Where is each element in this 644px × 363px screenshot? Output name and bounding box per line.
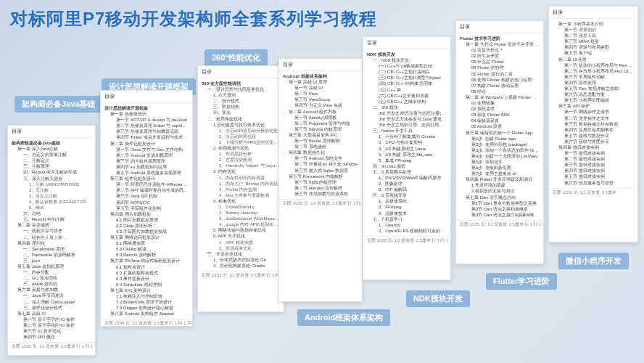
toc-item[interactable]: 第一节 Binder 原理解析 — [283, 138, 358, 144]
toc-item[interactable]: 第二节 文件操作之文件 — [553, 115, 634, 121]
toc-item[interactable]: 08.结论 — [460, 89, 540, 94]
toc-item[interactable]: 03 获取 Flutter SDK — [460, 112, 540, 118]
toc-item[interactable]: 第三章 组件化框架设计 — [104, 176, 189, 182]
toc-item[interactable]: 第五章 Java 虚拟机原理 — [12, 264, 91, 269]
toc-item[interactable]: 1. 六大原则 — [202, 92, 280, 98]
toc-item[interactable]: 第六章 反射与类加载 — [12, 287, 91, 293]
toc-item[interactable]: 6.4 Scheduler 线程控制 — [104, 282, 189, 287]
toc-item[interactable]: 第三节 嵌入式 Sqlite 数据库 — [283, 168, 358, 174]
toc-item[interactable]: 第一节 微讯对接实例 — [553, 150, 634, 156]
toc-item[interactable]: 第二节 Handler 流传解析 — [283, 185, 358, 191]
toc-item[interactable]: Flutter 技术学习进阶 — [460, 36, 540, 41]
toc-item[interactable]: 第六节 信息服务器与语音 — [553, 180, 634, 186]
toc-item[interactable]: 第一节 基于字节的 IO 操作 — [12, 317, 91, 322]
toc-item[interactable]: 六、6.音视频开发 — [367, 192, 447, 198]
toc-item[interactable]: 1、分布式版本控制系统 Git — [202, 257, 280, 263]
toc-item[interactable]: 6.1 观察者设计 — [104, 264, 189, 270]
toc-item[interactable]: (二) C和 C++之指针搞明白 — [367, 69, 447, 75]
toc-item[interactable]: 4.1 图片加载框架原理 — [104, 217, 189, 223]
toc-item[interactable]: NDK 模块开发 — [367, 52, 447, 57]
toc-item[interactable]: 第四章 图片加载框架 — [104, 211, 189, 217]
toc-item[interactable]: 1、多媒体系统 — [367, 198, 447, 204]
toc-item[interactable]: 第四节 Tinker 项目开发流程与技术细节 — [104, 134, 189, 140]
toc-item[interactable]: 6.2 扩展的观察者模式 — [104, 270, 189, 276]
toc-item[interactable]: 360°全方面性能调优 — [202, 81, 280, 86]
toc-item[interactable]: 3、JobScheduler WorkManager — [202, 216, 280, 221]
toc-item[interactable]: 第四章 Flutter 开发环境建设和调试 — [460, 176, 540, 182]
toc-item[interactable]: JNI 开发之局部引用、全局引用和弱全局引用(三) — [367, 122, 447, 128]
toc-item[interactable]: 第六节 获取与界面分享 — [553, 139, 634, 144]
toc-item[interactable]: 第五章 网络访问框架设计 — [104, 234, 189, 240]
toc-item[interactable]: 4、Mat 大对象与泄露检测 — [202, 192, 280, 198]
toc-item[interactable]: 5.1 网络通信原 — [104, 240, 189, 246]
toc-item[interactable]: 01 使用镜像 — [460, 100, 540, 106]
toc-item[interactable]: 2、FFmpeg — [367, 204, 447, 210]
toc-item[interactable]: 第一节 背景知识 — [553, 27, 634, 33]
toc-item[interactable]: 05 Android 设置 — [460, 123, 540, 129]
toc-item[interactable]: 第3节 Dart 语法之接口&抽象&继承辩证 — [460, 212, 540, 218]
toc-item[interactable]: 2、自动化构建系统 Gradle — [202, 263, 280, 269]
toc-item[interactable]: 第六章 RXJava 响应式编程框架设计 — [104, 258, 189, 264]
toc-item[interactable]: 07.构建 Flutter 移动应用 — [460, 83, 540, 89]
toc-item[interactable]: 03.什么是 Flutter — [460, 59, 540, 65]
toc-item[interactable]: 第四节 NIO 概念 — [12, 334, 91, 340]
toc-item[interactable]: 1、Opencv — [367, 222, 447, 228]
toc-item[interactable]: 第三章 API 操作 — [553, 103, 634, 109]
toc-item[interactable]: 七、Retrofit 中的注解 — [12, 216, 91, 222]
toc-item[interactable]: 第一节 Activity 调用栈 — [283, 115, 358, 121]
toc-item[interactable]: 第三节 Service 内核原理 — [283, 126, 358, 132]
toc-item[interactable]: 5、集成 FFmpeg — [367, 158, 447, 163]
toc-item[interactable]: 第三节 MINA 框架 — [553, 38, 634, 44]
toc-item[interactable]: 第五节 微讯对接实例 — [553, 174, 634, 179]
toc-item[interactable]: 1、冷启动和热启动分析的优化 — [202, 128, 280, 134]
toc-item[interactable]: 一、内存分配 — [12, 269, 91, 275]
toc-item[interactable]: 第七章 IOC 架构设计 — [104, 287, 189, 293]
toc-item[interactable]: 二、站在巨人肩上谈… — [12, 234, 91, 240]
toc-item[interactable]: 五、5.底层图片处理 — [367, 169, 447, 175]
toc-item[interactable]: 五、深入注解关键点 — [12, 176, 91, 182]
toc-item[interactable]: 第一节 阿里巴巴开源组件-ARouter 原理分析 — [104, 182, 189, 187]
toc-item[interactable]: 第四节 逻辑与布局类型 — [553, 44, 634, 50]
toc-item[interactable]: 第三章 编写你的第一个 Flutter App — [460, 130, 540, 136]
toc-item[interactable]: 第二章 并发编程 — [12, 222, 91, 228]
toc-item[interactable]: 一、Java 字节码相关 — [12, 293, 91, 298]
toc-item[interactable]: 第一节 网络操作之请求 — [553, 109, 634, 115]
toc-item[interactable]: 1.启动速度与执行效率优化 — [202, 122, 280, 128]
toc-item[interactable]: JNI 开发之方法签名与 Java 通道(二) — [367, 116, 447, 122]
toc-item[interactable]: (三) C和 C++之指针类型与typedef 详细分析 — [367, 75, 447, 81]
toc-item[interactable]: 第7步: 使用主题更改 UI — [460, 171, 540, 176]
toc-item[interactable]: 第四节 AOP&IOC — [104, 200, 189, 205]
toc-item[interactable]: 05.Flutter 流行的工具 — [460, 71, 540, 77]
toc-item[interactable]: 一、NDK 模块开发 — [367, 57, 447, 63]
toc-item[interactable]: 2. 布局检测与优化 — [202, 145, 280, 151]
toc-item[interactable]: 三、dalvik 虚拟机 — [12, 281, 91, 287]
toc-item[interactable]: (一) C++与 C#数据类型总结 — [367, 63, 447, 69]
toc-item[interactable]: 2、内存大户: Bitmap 内存优化 — [202, 181, 280, 187]
toc-item[interactable]: 一、自定义的简单注解 — [12, 152, 91, 158]
toc-item[interactable]: 第5步: 添加交互 — [460, 159, 540, 165]
toc-item[interactable]: 3、GIF 编解码 — [367, 187, 447, 192]
toc-item[interactable]: 第一节 Class 文件与 Dex 文件结构 — [104, 147, 189, 152]
toc-item[interactable]: 第五节 路线与数据分享 — [553, 133, 634, 139]
toc-item[interactable]: 04.Flutter 的特性 — [460, 65, 540, 70]
toc-item[interactable]: 第七章 Dart 语言概念总结 — [460, 195, 540, 200]
toc-item[interactable]: 2、Battery Historian — [202, 210, 280, 216]
toc-item[interactable]: 第二章 Android 组件内核 — [283, 109, 358, 115]
toc-item[interactable]: 2、图像处理 — [367, 181, 447, 187]
toc-item[interactable]: 第二节 Android 资源加载原理 — [104, 152, 189, 158]
toc-item[interactable]: 三、注解原理 — [12, 163, 91, 169]
toc-item[interactable]: 一、Serializable 原理 — [12, 246, 91, 252]
toc-item[interactable]: 二、注解定义 — [12, 158, 91, 163]
toc-item[interactable]: 二、设计模式 — [202, 98, 280, 104]
toc-item[interactable]: 2、OpenGL ES 模糊相机可差的实实际动态 — [367, 228, 447, 234]
toc-item[interactable]: 第四节 应用生命周期事件 — [553, 127, 634, 133]
toc-item[interactable]: 七、7.机器学习 — [367, 216, 447, 222]
toc-item[interactable]: 第3步: 添加一个有状态的部件 (Stateful widget) — [460, 147, 540, 153]
toc-item[interactable]: 设计思想解读开源框架 — [104, 105, 189, 111]
toc-item[interactable]: 四、R2java 中入注解的生成 — [12, 169, 91, 175]
toc-item[interactable]: 7.2 ButterKnife 原理下的设计 — [104, 299, 189, 305]
toc-item[interactable]: (七) C和C++ 之继承结构 — [367, 99, 447, 105]
toc-item[interactable]: 第三章 大型项目架构 IPC — [283, 132, 358, 138]
toc-item[interactable]: 二、深入理解 ClassLoader — [12, 299, 91, 305]
toc-item[interactable]: 4、默认参数值 (DEFAULT PARAMETER VALUES) — [12, 199, 91, 205]
